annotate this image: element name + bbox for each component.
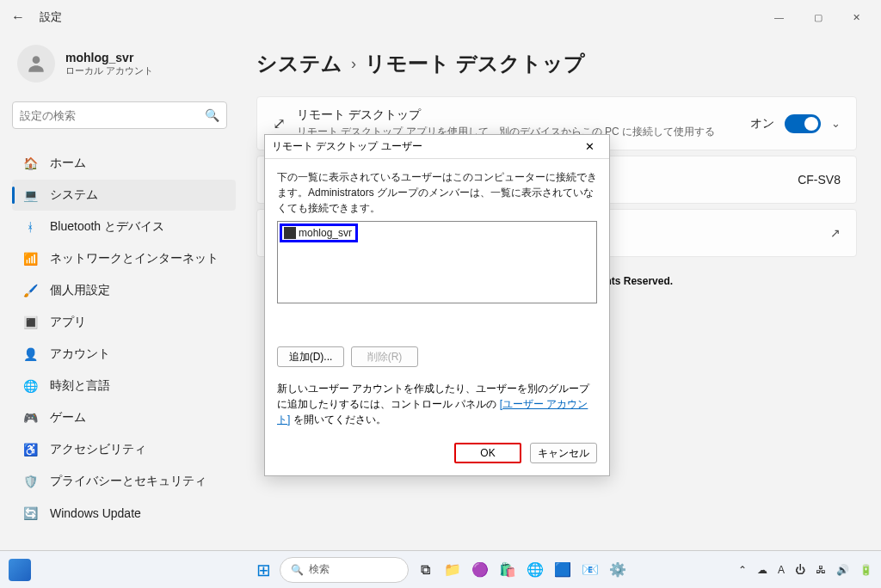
explorer-icon[interactable]: 📁 — [441, 559, 464, 581]
globe-icon: 🌐 — [22, 378, 38, 394]
tray-chevron-icon[interactable]: ⌃ — [738, 564, 747, 576]
accessibility-icon: ♿ — [22, 442, 38, 457]
sidebar: mohlog_svr ローカル アカウント 🔍 🏠ホーム 💻システム ᚼBlue… — [0, 34, 243, 550]
settings-icon[interactable]: ⚙️ — [607, 559, 629, 581]
copilot-icon[interactable]: 🟣 — [469, 559, 491, 581]
home-icon: 🏠 — [22, 156, 38, 171]
system-icon: 💻 — [22, 187, 38, 203]
user-block[interactable]: mohlog_svr ローカル アカウント — [12, 45, 236, 83]
tray-network-icon[interactable]: 🖧 — [816, 564, 826, 576]
nav-time[interactable]: 🌐時刻と言語 — [12, 371, 236, 401]
tray-power-icon[interactable]: ⏻ — [795, 564, 805, 576]
chevron-down-icon[interactable]: ⌄ — [831, 117, 841, 130]
app-icon[interactable]: 🟦 — [551, 559, 574, 581]
dialog-footer: 新しいユーザー アカウントを作成したり、ユーザーを別のグループに追加したりするに… — [265, 377, 609, 438]
brush-icon: 🖌️ — [22, 283, 38, 298]
avatar — [17, 45, 55, 83]
bluetooth-icon: ᚼ — [22, 219, 38, 235]
widgets-button[interactable] — [9, 559, 31, 581]
maximize-button[interactable]: ▢ — [798, 4, 837, 30]
user-list-item[interactable]: mohlog_svr — [280, 224, 358, 242]
tray-battery-icon[interactable]: 🔋 — [859, 564, 872, 576]
nav-gaming[interactable]: 🎮ゲーム — [12, 402, 236, 433]
taskbar-search[interactable]: 🔍検索 — [280, 557, 409, 583]
external-icon: ↗ — [830, 226, 841, 240]
add-button[interactable]: 追加(D)... — [277, 346, 344, 367]
pc-name-value: CF-SV8 — [798, 173, 841, 187]
nav-update[interactable]: 🔄Windows Update — [12, 498, 236, 529]
remote-icon: ⤢ — [273, 114, 297, 133]
nav-personalization[interactable]: 🖌️個人用設定 — [12, 275, 236, 306]
back-button[interactable]: ← — [5, 9, 31, 25]
nav-accessibility[interactable]: ♿アクセシビリティ — [12, 434, 236, 465]
edge-icon[interactable]: 🌐 — [524, 559, 546, 581]
search-box[interactable]: 🔍 — [12, 101, 227, 129]
dialog-message: 下の一覧に表示されているユーザーはこのコンピューターに接続できます。Admini… — [277, 169, 597, 216]
nav-home[interactable]: 🏠ホーム — [12, 148, 236, 179]
minimize-button[interactable]: — — [760, 4, 798, 30]
update-icon: 🔄 — [22, 505, 38, 521]
tray-onedrive-icon[interactable]: ☁ — [757, 564, 767, 576]
card-title: リモート デスクトップ — [297, 107, 750, 123]
apps-icon: 🔳 — [22, 315, 38, 330]
breadcrumb-sep: › — [351, 55, 356, 73]
remove-button[interactable]: 削除(R) — [351, 346, 418, 367]
user-account-type: ローカル アカウント — [65, 64, 153, 77]
wifi-icon: 📶 — [22, 251, 38, 266]
task-view-icon[interactable]: ⧉ — [414, 559, 436, 581]
breadcrumb: システム › リモート デスクトップ — [256, 50, 857, 77]
outlook-icon[interactable]: 📧 — [579, 559, 601, 581]
breadcrumb-current: リモート デスクトップ — [365, 50, 585, 77]
user-list[interactable]: mohlog_svr — [277, 221, 597, 303]
search-icon: 🔍 — [205, 108, 219, 122]
search-icon: 🔍 — [291, 564, 304, 576]
breadcrumb-system[interactable]: システム — [256, 50, 342, 77]
start-button[interactable]: ⊞ — [252, 559, 274, 581]
user-name: mohlog_svr — [65, 51, 153, 64]
nav-privacy[interactable]: 🛡️プライバシーとセキュリティ — [12, 466, 236, 497]
ime-indicator[interactable]: A — [778, 564, 785, 576]
taskbar: ⊞ 🔍検索 ⧉ 📁 🟣 🛍️ 🌐 🟦 📧 ⚙️ ⌃ ☁ A ⏻ 🖧 🔊 🔋 — [0, 550, 881, 588]
account-icon: 👤 — [22, 346, 38, 362]
dialog-title: リモート デスクトップ ユーザー — [272, 139, 422, 154]
remote-users-dialog: リモート デスクトップ ユーザー ✕ 下の一覧に表示されているユーザーはこのコン… — [264, 134, 610, 476]
user-icon — [284, 227, 296, 239]
window-title: 設定 — [40, 9, 62, 25]
svg-point-0 — [33, 56, 40, 64]
cancel-button[interactable]: キャンセル — [530, 443, 597, 463]
shield-icon: 🛡️ — [22, 474, 38, 489]
store-icon[interactable]: 🛍️ — [496, 559, 519, 581]
dialog-close-button[interactable]: ✕ — [576, 140, 602, 153]
nav-bluetooth[interactable]: ᚼBluetooth とデバイス — [12, 211, 236, 242]
ok-button[interactable]: OK — [454, 443, 521, 463]
close-button[interactable]: ✕ — [837, 4, 876, 30]
nav-accounts[interactable]: 👤アカウント — [12, 339, 236, 370]
nav-network[interactable]: 📶ネットワークとインターネット — [12, 243, 236, 274]
nav-apps[interactable]: 🔳アプリ — [12, 307, 236, 338]
search-input[interactable] — [20, 109, 205, 122]
toggle-switch[interactable] — [785, 114, 821, 133]
game-icon: 🎮 — [22, 410, 38, 426]
titlebar: ← 設定 — ▢ ✕ — [0, 0, 881, 34]
toggle-state: オン — [750, 116, 774, 132]
tray-volume-icon[interactable]: 🔊 — [836, 564, 849, 576]
nav-system[interactable]: 💻システム — [12, 180, 236, 211]
